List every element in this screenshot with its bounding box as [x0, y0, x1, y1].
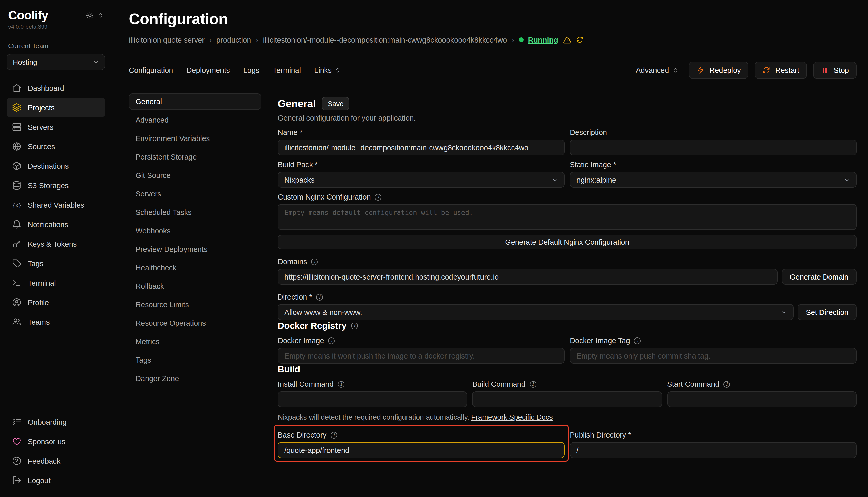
- build-command-input[interactable]: [472, 391, 662, 407]
- list-checks-icon: [12, 417, 22, 427]
- sidebar-item-servers[interactable]: Servers: [7, 117, 105, 137]
- sidebar-item-shared-variables[interactable]: {x} Shared Variables: [7, 195, 105, 214]
- tab-links[interactable]: Links: [314, 66, 341, 74]
- sidebar-item-tags[interactable]: Tags: [7, 254, 105, 273]
- start-command-field: Start Command: [667, 380, 857, 407]
- static-image-select[interactable]: nginx:alpine: [570, 172, 857, 188]
- sidebar-item-keys-tokens[interactable]: Keys & Tokens: [7, 235, 105, 253]
- subnav-item-resource-operations[interactable]: Resource Operations: [129, 315, 261, 331]
- docker-image-tag-input[interactable]: [570, 348, 857, 364]
- sidebar-item-terminal[interactable]: Terminal: [7, 273, 105, 292]
- subnav-item-persistent-storage[interactable]: Persistent Storage: [129, 149, 261, 165]
- subnav-item-servers[interactable]: Servers: [129, 186, 261, 202]
- tab-logs[interactable]: Logs: [243, 66, 260, 74]
- base-directory-input[interactable]: [278, 442, 565, 458]
- coolify-app: Coolify v4.0.0-beta.399 Current Team Hos…: [0, 0, 868, 497]
- sidebar-item-destinations[interactable]: Destinations: [7, 156, 105, 175]
- stop-button[interactable]: Stop: [813, 61, 857, 79]
- server-icon: [12, 122, 22, 132]
- info-icon[interactable]: [316, 294, 323, 301]
- subnav-item-advanced[interactable]: Advanced: [129, 112, 261, 128]
- sidebar-item-logout[interactable]: Logout: [7, 471, 105, 490]
- subnav-item-webhooks[interactable]: Webhooks: [129, 223, 261, 239]
- install-command-input[interactable]: [278, 391, 467, 407]
- build-pack-select[interactable]: Nixpacks: [278, 172, 565, 188]
- section-title: General: [278, 98, 316, 110]
- subnav-item-metrics[interactable]: Metrics: [129, 333, 261, 350]
- subnav-item-tags[interactable]: Tags: [129, 352, 261, 368]
- tab-terminal[interactable]: Terminal: [273, 66, 301, 74]
- subnav-item-danger-zone[interactable]: Danger Zone: [129, 370, 261, 387]
- breadcrumb-environment[interactable]: production: [216, 36, 251, 44]
- name-input[interactable]: [278, 140, 565, 155]
- sidebar-item-notifications[interactable]: Notifications: [7, 215, 105, 234]
- sidebar-item-projects[interactable]: Projects: [7, 98, 105, 117]
- info-icon[interactable]: [331, 432, 337, 439]
- redeploy-button[interactable]: Redeploy: [689, 61, 749, 79]
- tab-configuration[interactable]: Configuration: [129, 66, 173, 74]
- users-icon: [12, 317, 22, 327]
- framework-docs-link[interactable]: Framework Specific Docs: [471, 413, 553, 421]
- subnav-item-environment-variables[interactable]: Environment Variables: [129, 130, 261, 147]
- sidebar-item-sponsor-us[interactable]: Sponsor us: [7, 432, 105, 451]
- domains-input[interactable]: [278, 269, 777, 285]
- subnav-item-git-source[interactable]: Git Source: [129, 167, 261, 184]
- info-icon[interactable]: [723, 381, 730, 388]
- info-icon[interactable]: [351, 322, 358, 329]
- status-running-link[interactable]: Running: [528, 36, 558, 44]
- sidebar-item-dashboard[interactable]: Dashboard: [7, 79, 105, 97]
- subnav-item-resource-limits[interactable]: Resource Limits: [129, 296, 261, 313]
- heart-icon: [12, 437, 22, 446]
- sidebar-item-sources[interactable]: Sources: [7, 137, 105, 156]
- docker-image-field: Docker Image: [278, 337, 565, 364]
- build-command-field: Build Command: [472, 380, 662, 407]
- info-icon[interactable]: [328, 338, 335, 344]
- publish-directory-field: Publish Directory *: [570, 431, 857, 458]
- publish-directory-input[interactable]: [570, 442, 857, 458]
- info-icon[interactable]: [311, 258, 318, 265]
- info-icon[interactable]: [529, 381, 536, 388]
- sidebar-item-label: Shared Variables: [28, 201, 84, 209]
- subnav-item-healthcheck[interactable]: Healthcheck: [129, 259, 261, 276]
- team-select[interactable]: Hosting: [7, 54, 105, 70]
- sidebar-item-s3-storages[interactable]: S3 Storages: [7, 176, 105, 195]
- info-icon[interactable]: [338, 381, 344, 388]
- generate-domain-button[interactable]: Generate Domain: [782, 269, 857, 285]
- theme-toggle-sun-icon[interactable]: [86, 11, 94, 19]
- sidebar-item-teams[interactable]: Teams: [7, 312, 105, 331]
- sidebar-item-label: Sponsor us: [28, 437, 66, 445]
- sidebar-item-onboarding[interactable]: Onboarding: [7, 412, 105, 431]
- static-image-label: Static Image *: [570, 160, 857, 169]
- breadcrumb-project[interactable]: illicitonion quote server: [129, 36, 205, 44]
- domains-label: Domains: [278, 257, 857, 266]
- tab-deployments[interactable]: Deployments: [187, 66, 230, 74]
- subnav-item-general[interactable]: General: [129, 93, 261, 110]
- current-team-label: Current Team: [7, 42, 105, 50]
- force-refresh-icon[interactable]: [576, 36, 583, 44]
- subnav-item-scheduled-tasks[interactable]: Scheduled Tasks: [129, 204, 261, 221]
- chevron-down-icon: [781, 309, 787, 315]
- sidebar-item-feedback[interactable]: Feedback: [7, 451, 105, 470]
- build-pack-field: Build Pack * Nixpacks: [278, 160, 565, 188]
- info-icon[interactable]: [375, 194, 382, 201]
- docker-image-input[interactable]: [278, 348, 565, 364]
- description-input[interactable]: [570, 140, 857, 155]
- set-direction-button[interactable]: Set Direction: [798, 304, 857, 320]
- sidebar-item-profile[interactable]: Profile: [7, 293, 105, 312]
- subnav-item-preview-deployments[interactable]: Preview Deployments: [129, 241, 261, 257]
- warning-icon[interactable]: [563, 36, 571, 44]
- generate-nginx-button[interactable]: Generate Default Nginx Configuration: [278, 235, 857, 249]
- advanced-dropdown[interactable]: Advanced: [636, 66, 679, 74]
- theme-switch-chevrons-icon[interactable]: [98, 12, 104, 18]
- sidebar: Coolify v4.0.0-beta.399 Current Team Hos…: [0, 0, 112, 497]
- team-select-value: Hosting: [13, 58, 37, 66]
- subnav-item-rollback[interactable]: Rollback: [129, 278, 261, 294]
- info-icon[interactable]: [634, 338, 641, 344]
- direction-select[interactable]: Allow www & non-www.: [278, 304, 794, 320]
- custom-nginx-textarea[interactable]: [278, 204, 857, 230]
- start-command-input[interactable]: [667, 391, 857, 407]
- breadcrumb-application[interactable]: illicitestonion/-module--decomposition:m…: [263, 36, 507, 44]
- restart-button[interactable]: Restart: [755, 61, 807, 79]
- breadcrumb: illicitonion quote server production ill…: [129, 36, 857, 44]
- save-button[interactable]: Save: [322, 97, 349, 110]
